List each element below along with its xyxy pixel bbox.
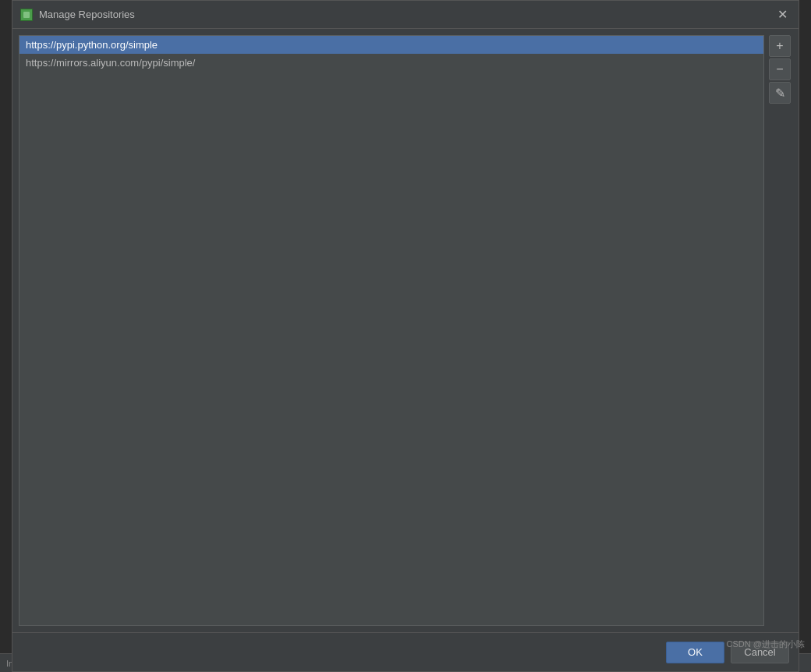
repository-item-1[interactable]: https://mirrors.aliyun.com/pypi/simple/ xyxy=(19,54,763,72)
side-actions: + − ✎ xyxy=(767,35,792,626)
dialog-titlebar: Manage Repositories ✕ xyxy=(12,1,799,29)
repository-list[interactable]: https://pypi.python.org/simple https://m… xyxy=(19,35,764,626)
close-button[interactable]: ✕ xyxy=(774,6,791,23)
edit-repository-button[interactable]: ✎ xyxy=(769,82,791,104)
manage-repositories-dialog: Manage Repositories ✕ https://pypi.pytho… xyxy=(12,0,799,672)
dialog-body: https://pypi.python.org/simple https://m… xyxy=(12,29,799,632)
ok-button[interactable]: OK xyxy=(666,642,724,663)
remove-repository-button[interactable]: − xyxy=(769,58,791,80)
dialog-title: Manage Repositories xyxy=(39,9,135,20)
add-repository-button[interactable]: + xyxy=(769,35,791,57)
watermark: CSDN @进击的小陈 xyxy=(727,638,805,650)
dialog-footer: OK Cancel xyxy=(12,632,799,671)
repository-item-0[interactable]: https://pypi.python.org/simple xyxy=(19,36,763,54)
dialog-app-icon xyxy=(20,9,33,21)
titlebar-left: Manage Repositories xyxy=(20,9,135,21)
